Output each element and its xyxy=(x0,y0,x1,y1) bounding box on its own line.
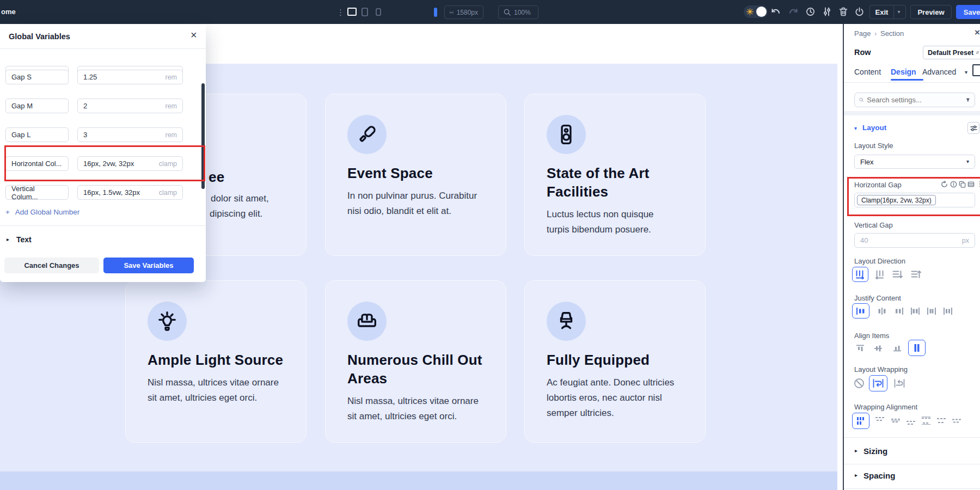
variable-value-input[interactable]: 16px, 1.5vw, 32px clamp xyxy=(77,185,183,200)
wrap-align-space-evenly-button[interactable] xyxy=(951,413,964,429)
canvas-width-control[interactable]: 1580px xyxy=(444,5,483,19)
wrap-align-start-button[interactable] xyxy=(874,413,887,429)
preview-button[interactable]: Preview xyxy=(910,5,952,19)
close-panel-icon[interactable]: × xyxy=(975,27,980,38)
justify-space-evenly-button[interactable] xyxy=(941,303,955,318)
wrap-reverse-button[interactable] xyxy=(892,375,907,391)
direction-column-reverse-button[interactable] xyxy=(908,267,924,282)
tablet-breakpoint-icon[interactable] xyxy=(362,8,368,16)
variable-name-input[interactable]: Gap M xyxy=(5,99,69,113)
tab-content[interactable]: Content xyxy=(854,68,881,76)
cancel-changes-button[interactable]: Cancel Changes xyxy=(4,258,99,273)
wrap-none-button[interactable] xyxy=(852,375,866,391)
variable-name-input[interactable]: Horizontal Col... xyxy=(5,156,69,171)
history-icon[interactable] xyxy=(806,7,815,16)
horizontal-gap-input[interactable]: Clamp(16px, 2vw, 32px) xyxy=(854,193,975,207)
couch-icon xyxy=(357,311,377,332)
spacing-section-header[interactable]: Spacing xyxy=(863,471,895,480)
modal-close-icon[interactable]: × xyxy=(191,29,197,41)
clamp-value-chip[interactable]: Clamp(16px, 2vw, 32px) xyxy=(857,195,936,205)
exit-button[interactable]: Exit ▾ xyxy=(869,5,906,19)
layout-style-select[interactable]: Flex ▾ xyxy=(854,155,975,169)
variable-value-input[interactable]: 1.25 rem xyxy=(77,70,183,84)
background-swatch[interactable] xyxy=(972,64,980,76)
justify-end-button[interactable] xyxy=(892,303,906,318)
dark-mode-toggle[interactable] xyxy=(744,5,768,18)
variable-unit: clamp xyxy=(159,189,177,197)
reset-icon[interactable] xyxy=(941,181,948,188)
align-start-button[interactable] xyxy=(853,341,867,356)
search-settings-input[interactable] xyxy=(867,96,963,104)
justify-space-around-button[interactable] xyxy=(924,303,939,318)
breadcrumb-section[interactable]: Section xyxy=(880,29,904,38)
feature-card-equipped[interactable]: Fully Equipped Ac feugiat ante. Donec ul… xyxy=(524,280,706,443)
card-title: Numerous Chill Out Areas xyxy=(347,351,490,388)
phone-breakpoint-icon[interactable] xyxy=(376,8,381,16)
wrapping-alignment-label: Wrapping Alignment xyxy=(854,403,917,411)
justify-center-button[interactable] xyxy=(875,303,889,318)
undo-icon[interactable] xyxy=(771,8,781,16)
text-section-caret-icon[interactable]: ▸ xyxy=(7,237,9,242)
preview-label: Preview xyxy=(917,8,944,16)
tabs-caret-icon[interactable]: ▾ xyxy=(965,70,967,75)
vertical-gap-input[interactable]: 40 px xyxy=(854,233,975,248)
redo-icon[interactable] xyxy=(788,8,798,16)
variable-value-input[interactable]: 16px, 2vw, 32px clamp xyxy=(77,156,183,171)
desktop-breakpoint-icon[interactable] xyxy=(347,8,357,16)
trash-icon[interactable] xyxy=(839,7,848,16)
save-button[interactable]: Save xyxy=(956,5,980,19)
variable-value-input[interactable]: 2 rem xyxy=(77,99,183,113)
align-stretch-button[interactable] xyxy=(908,340,926,356)
feature-card-facilities[interactable]: State of the Art Facilities Luctus lectu… xyxy=(524,94,706,256)
layout-presets-button[interactable] xyxy=(967,122,979,134)
stack-icon[interactable] xyxy=(967,181,975,188)
save-variables-button[interactable]: Save Variables xyxy=(103,258,194,273)
info-icon[interactable] xyxy=(950,181,957,188)
sizing-caret-icon[interactable]: ▸ xyxy=(855,448,857,454)
text-section-header[interactable]: Text xyxy=(16,235,32,244)
variable-value-input[interactable]: 3 rem xyxy=(77,127,183,142)
direction-row-button[interactable] xyxy=(852,267,868,282)
tab-advanced[interactable]: Advanced xyxy=(922,68,956,76)
wrap-align-space-around-button[interactable] xyxy=(935,413,948,429)
feature-card-chill[interactable]: Numerous Chill Out Areas Nisl massa, ult… xyxy=(325,280,506,443)
wrap-button[interactable] xyxy=(869,375,887,391)
zoom-control[interactable]: 100% xyxy=(498,5,538,19)
default-preset-button[interactable]: Default Preset xyxy=(923,46,980,59)
feature-card-light[interactable]: Ample Light Source Nisl massa, ultrices … xyxy=(125,280,307,443)
variable-name-input[interactable]: Vertical Colum... xyxy=(5,185,69,200)
vertical-gap-unit: px xyxy=(962,237,969,244)
exit-caret-icon[interactable]: ▾ xyxy=(894,9,900,15)
align-baseline-button[interactable] xyxy=(890,341,904,356)
copy-icon[interactable] xyxy=(959,181,966,188)
card-body: Ac feugiat ante. Donec ultricies loborti… xyxy=(547,375,689,421)
settings-sliders-icon[interactable] xyxy=(823,7,831,16)
variable-name-input[interactable]: Gap S xyxy=(5,70,69,84)
more-actions-icon[interactable]: ⋮ xyxy=(976,180,980,188)
wrap-align-center-button[interactable] xyxy=(890,413,903,429)
modal-scrollbar-thumb[interactable] xyxy=(201,83,205,189)
direction-column-button[interactable] xyxy=(889,267,905,282)
power-icon[interactable] xyxy=(855,7,864,16)
tab-design[interactable]: Design xyxy=(891,68,916,76)
next-section-edge[interactable] xyxy=(0,471,837,490)
layout-caret-icon[interactable]: ▾ xyxy=(854,126,857,131)
align-center-button[interactable] xyxy=(871,341,885,356)
layout-section-header[interactable]: Layout xyxy=(862,124,886,132)
add-global-number-link[interactable]: + Add Global Number xyxy=(5,208,79,216)
direction-row-reverse-button[interactable] xyxy=(871,267,887,282)
wrap-align-space-between-button[interactable] xyxy=(920,413,933,429)
more-options-icon[interactable]: ⋮ xyxy=(336,8,345,17)
page-title: ome xyxy=(1,8,16,16)
wrap-align-end-button[interactable] xyxy=(905,413,918,429)
spacing-caret-icon[interactable]: ▸ xyxy=(855,473,857,478)
wrap-align-stretch-button[interactable] xyxy=(852,413,869,429)
card-title: Event Space xyxy=(347,164,490,182)
justify-space-between-button[interactable] xyxy=(908,303,922,318)
sizing-section-header[interactable]: Sizing xyxy=(863,446,887,456)
breadcrumb-page[interactable]: Page xyxy=(854,29,871,38)
justify-start-button[interactable] xyxy=(852,303,869,318)
filter-funnel-icon[interactable] xyxy=(966,97,970,103)
feature-card-event-space[interactable]: Event Space In non pulvinar purus. Curab… xyxy=(325,94,506,256)
variable-name-input[interactable]: Gap L xyxy=(5,127,69,142)
